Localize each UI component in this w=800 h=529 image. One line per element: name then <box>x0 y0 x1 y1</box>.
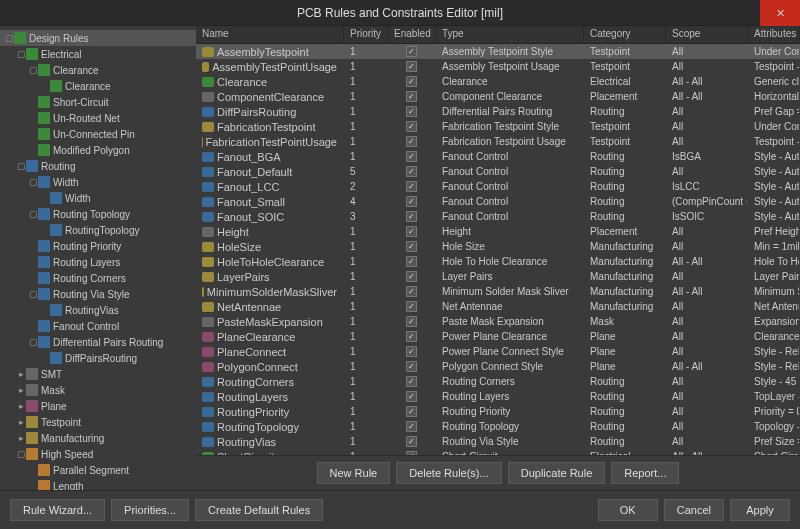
expand-icon[interactable]: ▢ <box>16 161 26 171</box>
expand-icon[interactable]: ▢ <box>16 49 26 59</box>
rule-row[interactable]: Clearance1✓ClearanceElectricalAll - AllG… <box>196 74 800 89</box>
col-category[interactable]: Category <box>584 26 666 43</box>
col-name[interactable]: Name <box>196 26 344 43</box>
enabled-checkbox[interactable]: ✓ <box>406 256 417 267</box>
col-priority[interactable]: Priority <box>344 26 388 43</box>
rule-row[interactable]: Fanout_LCC2✓Fanout ControlRoutingIsLCCSt… <box>196 179 800 194</box>
expand-icon[interactable]: ▢ <box>28 209 38 219</box>
enabled-checkbox[interactable]: ✓ <box>406 241 417 252</box>
expand-icon[interactable]: ▸ <box>16 417 26 427</box>
col-enabled[interactable]: Enabled <box>388 26 436 43</box>
tree-item[interactable]: ▢Routing Via Style <box>0 286 196 302</box>
expand-icon[interactable]: ▸ <box>16 433 26 443</box>
expand-icon[interactable]: ▢ <box>4 33 14 43</box>
tree-item[interactable]: Routing Priority <box>0 238 196 254</box>
enabled-checkbox[interactable]: ✓ <box>406 76 417 87</box>
tree-item[interactable]: Un-Connected Pin <box>0 126 196 142</box>
col-type[interactable]: Type <box>436 26 584 43</box>
expand-icon[interactable]: ▢ <box>16 449 26 459</box>
rule-row[interactable]: HoleSize1✓Hole SizeManufacturingAllMin =… <box>196 239 800 254</box>
expand-icon[interactable]: ▸ <box>16 401 26 411</box>
tree-item[interactable]: DiffPairsRouting <box>0 350 196 366</box>
enabled-checkbox[interactable]: ✓ <box>406 331 417 342</box>
tree-item[interactable]: RoutingVias <box>0 302 196 318</box>
expand-icon[interactable]: ▢ <box>28 337 38 347</box>
tree-item[interactable]: ▢Routing Topology <box>0 206 196 222</box>
rule-row[interactable]: AssemblyTestpoint1✓Assembly Testpoint St… <box>196 44 800 59</box>
enabled-checkbox[interactable]: ✓ <box>406 271 417 282</box>
enabled-checkbox[interactable]: ✓ <box>406 301 417 312</box>
rule-row[interactable]: Height1✓HeightPlacementAllPref Height = … <box>196 224 800 239</box>
enabled-checkbox[interactable]: ✓ <box>406 181 417 192</box>
tree-item[interactable]: Clearance <box>0 78 196 94</box>
cancel-button[interactable]: Cancel <box>664 499 724 521</box>
tree-item[interactable]: Modified Polygon <box>0 142 196 158</box>
enabled-checkbox[interactable]: ✓ <box>406 436 417 447</box>
enabled-checkbox[interactable]: ✓ <box>406 376 417 387</box>
col-scope[interactable]: Scope <box>666 26 748 43</box>
rule-row[interactable]: RoutingLayers1✓Routing LayersRoutingAllT… <box>196 389 800 404</box>
tree-item[interactable]: ▢Width <box>0 174 196 190</box>
tree-item[interactable]: ▸SMT <box>0 366 196 382</box>
new-rule-button[interactable]: New Rule <box>317 462 391 484</box>
enabled-checkbox[interactable]: ✓ <box>406 391 417 402</box>
enabled-checkbox[interactable]: ✓ <box>406 286 417 297</box>
rule-row[interactable]: RoutingCorners1✓Routing CornersRoutingAl… <box>196 374 800 389</box>
expand-icon[interactable]: ▸ <box>16 369 26 379</box>
enabled-checkbox[interactable]: ✓ <box>406 196 417 207</box>
grid-body[interactable]: AssemblyTestpoint1✓Assembly Testpoint St… <box>196 44 800 455</box>
tree-item[interactable]: Fanout Control <box>0 318 196 334</box>
enabled-checkbox[interactable]: ✓ <box>406 91 417 102</box>
report-button[interactable]: Report... <box>611 462 679 484</box>
tree-item[interactable]: ▸Manufacturing <box>0 430 196 446</box>
enabled-checkbox[interactable]: ✓ <box>406 151 417 162</box>
rule-row[interactable]: Fanout_Small4✓Fanout ControlRouting(Comp… <box>196 194 800 209</box>
rule-row[interactable]: AssemblyTestPointUsage1✓Assembly Testpoi… <box>196 59 800 74</box>
tree-item[interactable]: Un-Routed Net <box>0 110 196 126</box>
create-default-rules-button[interactable]: Create Default Rules <box>195 499 323 521</box>
rule-row[interactable]: MinimumSolderMaskSliver1✓Minimum Solder … <box>196 284 800 299</box>
tree-item[interactable]: Routing Layers <box>0 254 196 270</box>
expand-icon[interactable]: ▸ <box>16 385 26 395</box>
tree-item[interactable]: Routing Corners <box>0 270 196 286</box>
tree-item[interactable]: ▢Differential Pairs Routing <box>0 334 196 350</box>
tree-item[interactable]: Short-Circuit <box>0 94 196 110</box>
enabled-checkbox[interactable]: ✓ <box>406 226 417 237</box>
enabled-checkbox[interactable]: ✓ <box>406 106 417 117</box>
enabled-checkbox[interactable]: ✓ <box>406 316 417 327</box>
tree-item[interactable]: RoutingTopology <box>0 222 196 238</box>
enabled-checkbox[interactable]: ✓ <box>406 406 417 417</box>
enabled-checkbox[interactable]: ✓ <box>406 166 417 177</box>
rules-tree[interactable]: ▢Design Rules▢Electrical▢ClearanceCleara… <box>0 26 196 490</box>
rule-row[interactable]: RoutingTopology1✓Routing TopologyRouting… <box>196 419 800 434</box>
tree-item[interactable]: ▸Testpoint <box>0 414 196 430</box>
rule-row[interactable]: RoutingPriority1✓Routing PriorityRouting… <box>196 404 800 419</box>
rule-row[interactable]: PasteMaskExpansion1✓Paste Mask Expansion… <box>196 314 800 329</box>
close-button[interactable]: ✕ <box>760 0 800 26</box>
enabled-checkbox[interactable]: ✓ <box>406 421 417 432</box>
rule-row[interactable]: DiffPairsRouting1✓Differential Pairs Rou… <box>196 104 800 119</box>
enabled-checkbox[interactable]: ✓ <box>406 121 417 132</box>
enabled-checkbox[interactable]: ✓ <box>406 211 417 222</box>
apply-button[interactable]: Apply <box>730 499 790 521</box>
rule-row[interactable]: RoutingVias1✓Routing Via StyleRoutingAll… <box>196 434 800 449</box>
rule-row[interactable]: FabricationTestPointUsage1✓Fabrication T… <box>196 134 800 149</box>
rule-row[interactable]: HoleToHoleClearance1✓Hole To Hole Cleara… <box>196 254 800 269</box>
enabled-checkbox[interactable]: ✓ <box>406 361 417 372</box>
tree-item[interactable]: Width <box>0 190 196 206</box>
tree-item[interactable]: ▢Clearance <box>0 62 196 78</box>
rule-row[interactable]: NetAntennae1✓Net AntennaeManufacturingAl… <box>196 299 800 314</box>
tree-item[interactable]: ▢Routing <box>0 158 196 174</box>
tree-item[interactable]: ▸Plane <box>0 398 196 414</box>
tree-item[interactable]: Parallel Segment <box>0 462 196 478</box>
rule-row[interactable]: PolygonConnect1✓Polygon Connect StylePla… <box>196 359 800 374</box>
rule-row[interactable]: LayerPairs1✓Layer PairsManufacturingAllL… <box>196 269 800 284</box>
rule-row[interactable]: ComponentClearance1✓Component ClearanceP… <box>196 89 800 104</box>
ok-button[interactable]: OK <box>598 499 658 521</box>
rule-row[interactable]: PlaneConnect1✓Power Plane Connect StyleP… <box>196 344 800 359</box>
tree-item[interactable]: ▢Design Rules <box>0 30 196 46</box>
rule-row[interactable]: PlaneClearance1✓Power Plane ClearancePla… <box>196 329 800 344</box>
tree-item[interactable]: Length <box>0 478 196 490</box>
enabled-checkbox[interactable]: ✓ <box>406 46 417 57</box>
rule-row[interactable]: Fanout_BGA1✓Fanout ControlRoutingIsBGASt… <box>196 149 800 164</box>
